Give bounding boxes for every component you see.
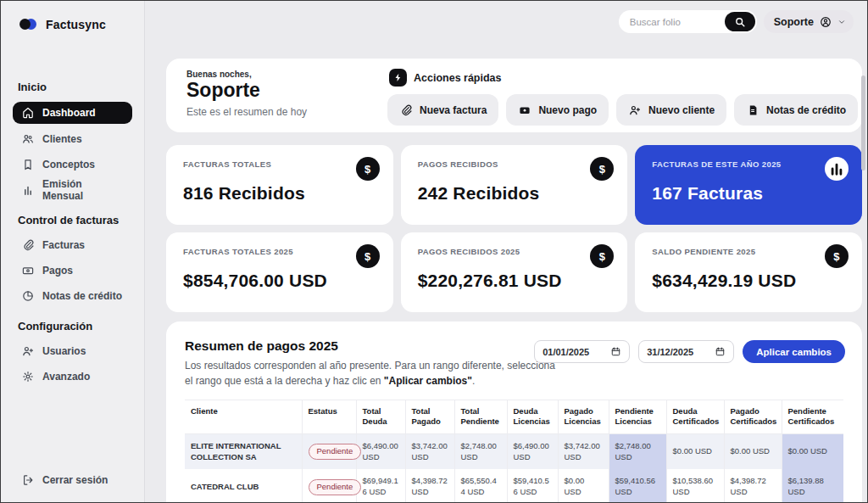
- dollar-icon: $: [590, 244, 614, 268]
- logo-icon: [19, 19, 38, 31]
- sidebar-item-label: Dashboard: [42, 107, 96, 119]
- stat-card-pagos-recibidos[interactable]: PAGOS RECIBIDOS$242 Recibidos: [401, 145, 628, 225]
- stats-grid: FACTURAS TOTALES$816 RecibidosPAGOS RECI…: [166, 145, 862, 312]
- sidebar-item-label: Facturas: [42, 239, 85, 251]
- app-logo: Factusync: [19, 18, 132, 31]
- quick-action-nuevo-pago[interactable]: Nuevo pago: [506, 94, 609, 126]
- app-name: Factusync: [46, 18, 106, 31]
- sidebar-item-label: Avanzado: [42, 371, 90, 383]
- user-name: Soporte: [774, 16, 814, 28]
- cell-value: $6,490.00 USD: [507, 433, 558, 469]
- column-header-deuda-licencias: Deuda Licencias: [507, 400, 558, 434]
- stat-card-value: 816 Recibidos: [183, 183, 376, 204]
- column-header-pendiente-licencias: Pendiente Licencias: [609, 400, 666, 434]
- sidebar-item-label: Clientes: [42, 133, 82, 145]
- quick-action-notas-de-credito[interactable]: Notas de crédito: [734, 94, 858, 126]
- calendar-icon: [610, 346, 621, 357]
- chevron-down-icon: [837, 18, 846, 26]
- column-header-total-pagado: Total Pagado: [405, 400, 454, 434]
- stat-card-label: SALDO PENDIENTE 2025: [652, 247, 845, 256]
- quick-action-label: Nuevo cliente: [648, 104, 715, 116]
- bar-chart-icon: [825, 157, 849, 181]
- cell-value: $0.00 USD: [666, 433, 724, 469]
- sidebar-item-cerrar-sesion[interactable]: Cerrar sesión: [13, 473, 116, 487]
- document-filled-icon: [746, 103, 760, 117]
- sidebar-item-emision-mensual[interactable]: Emisión Mensual: [13, 180, 132, 200]
- bolt-glyph: [392, 72, 403, 83]
- sidebar-item-conceptos[interactable]: Conceptos: [13, 154, 132, 175]
- sidebar-item-notas-de-credito[interactable]: Notas de crédito: [13, 286, 132, 306]
- column-header-deuda-certificados: Deuda Certificados: [666, 400, 724, 434]
- greeting-card: Buenas noches, Soporte Este es el resume…: [166, 59, 862, 132]
- sidebar-item-label: Conceptos: [42, 159, 95, 170]
- search-button[interactable]: [725, 12, 755, 31]
- date-from-value: 01/01/2025: [542, 347, 589, 357]
- dollar-icon: $: [590, 157, 614, 181]
- cell-value: $4,398.72 USD: [724, 469, 782, 503]
- column-header-total-pendiente: Total Pendiente: [454, 400, 507, 434]
- user-menu[interactable]: Soporte: [764, 10, 854, 33]
- sidebar-item-pagos[interactable]: Pagos: [13, 260, 132, 281]
- stat-card-facturas-de-este-ano-2025[interactable]: FACTURAS DE ESTE AÑO 2025167 Facturas: [635, 145, 862, 225]
- stat-card-value: 167 Facturas: [652, 183, 845, 204]
- dollar-icon: $: [356, 244, 380, 268]
- summary-description: Los resultados corresponden al año prese…: [185, 358, 556, 388]
- cell-value: $3,742.00 USD: [558, 433, 609, 469]
- sidebar-item-clientes[interactable]: Clientes: [13, 129, 132, 149]
- cell-value: $0.00 USD: [558, 469, 609, 503]
- stat-card-facturas-totales[interactable]: FACTURAS TOTALES$816 Recibidos: [166, 145, 393, 225]
- cell-value: $65,550.44 USD: [454, 469, 507, 503]
- sidebar-section-title: Inicio: [18, 81, 132, 93]
- sidebar-section-title: Control de facturas: [18, 214, 132, 226]
- cell-estatus: Pendiente: [302, 433, 356, 469]
- table-header-row: ClienteEstatusTotal DeudaTotal PagadoTot…: [185, 400, 843, 434]
- cell-value: $10,538.60 USD: [666, 469, 724, 503]
- quick-actions: Acciones rápidas Nueva facturaNuevo pago…: [387, 69, 852, 126]
- apply-changes-button[interactable]: Aplicar cambios: [743, 340, 845, 363]
- cell-value: $6,490.00 USD: [356, 433, 405, 469]
- table-row[interactable]: ELITE INTERNATIONAL COLLECTION SAPendien…: [185, 433, 843, 469]
- stat-card-label: FACTURAS TOTALES: [183, 159, 376, 169]
- bar-chart-icon: [21, 183, 35, 197]
- cell-value: $0.00 USD: [782, 433, 843, 469]
- scrollbar-thumb[interactable]: [861, 75, 865, 170]
- quick-actions-row: Nueva facturaNuevo pagoNuevo clienteNota…: [387, 94, 852, 126]
- cell-value: $3,742.00 USD: [405, 433, 454, 469]
- logout-icon: [21, 473, 35, 487]
- status-badge: Pendiente: [309, 444, 362, 460]
- sidebar: Factusync InicioDashboardClientesConcept…: [1, 1, 145, 502]
- quick-action-nuevo-cliente[interactable]: Nuevo cliente: [616, 94, 726, 126]
- sidebar-item-label: Cerrar sesión: [42, 474, 108, 486]
- stat-card-pagos-recibidos-2025[interactable]: PAGOS RECIBIDOS 2025$$220,276.81 USD: [401, 232, 628, 312]
- table-row[interactable]: CATEDRAL CLUBPendiente$69,949.16 USD$4,3…: [185, 469, 843, 503]
- date-to-input[interactable]: 31/12/2025: [638, 340, 734, 363]
- status-badge: Pendiente: [309, 479, 362, 495]
- calendar-icon: [715, 346, 726, 357]
- cell-value: $69,949.16 USD: [356, 469, 405, 503]
- stat-card-saldo-pendiente-2025[interactable]: SALDO PENDIENTE 2025$$634,429.19 USD: [635, 232, 862, 312]
- home-icon: [21, 106, 35, 120]
- stat-card-value: $220,276.81 USD: [418, 271, 611, 291]
- sidebar-item-usuarios[interactable]: Usuarios: [13, 341, 132, 361]
- search-icon: [733, 15, 747, 29]
- date-from-input[interactable]: 01/01/2025: [534, 340, 630, 363]
- quick-action-nueva-factura[interactable]: Nueva factura: [387, 94, 498, 126]
- banknote-filled-icon: [518, 103, 531, 117]
- sidebar-item-dashboard[interactable]: Dashboard: [13, 102, 132, 124]
- sidebar-nav: InicioDashboardClientesConceptosEmisión …: [13, 81, 132, 387]
- sidebar-item-label: Emisión Mensual: [42, 178, 124, 202]
- sidebar-item-label: Pagos: [42, 265, 73, 277]
- bookmark-icon: [21, 158, 35, 171]
- quick-action-label: Nueva factura: [420, 104, 487, 116]
- banknote-icon: [21, 264, 35, 277]
- stat-card-facturas-totales-2025[interactable]: FACTURAS TOTALES 2025$$854,706.00 USD: [166, 232, 393, 312]
- search: [619, 10, 757, 33]
- dollar-icon: $: [356, 157, 380, 181]
- stat-card-label: FACTURAS TOTALES 2025: [183, 247, 376, 256]
- sidebar-item-facturas[interactable]: Facturas: [13, 235, 132, 255]
- cell-cliente: CATEDRAL CLUB: [185, 469, 302, 503]
- stat-card-value: $634,429.19 USD: [652, 271, 845, 291]
- sidebar-item-avanzado[interactable]: Avanzado: [13, 366, 132, 387]
- gear-icon: [21, 370, 35, 383]
- column-header-pagado-licencias: Pagado Licencias: [558, 400, 609, 434]
